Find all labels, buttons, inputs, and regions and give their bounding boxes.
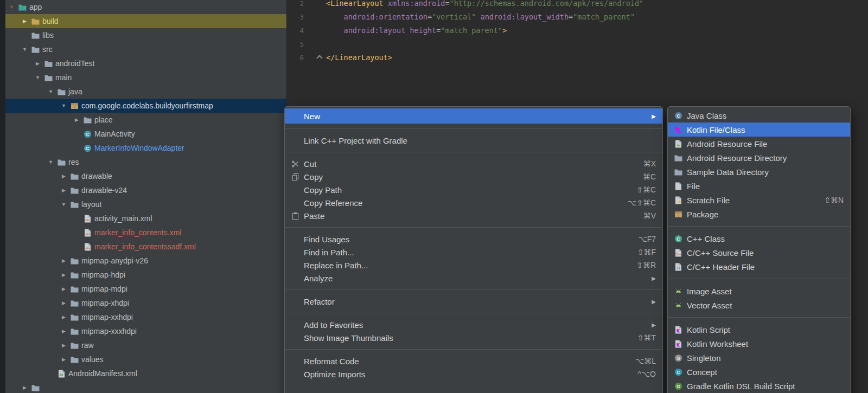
menu-item-package[interactable]: Package [668, 207, 850, 221]
expand-arrow-icon[interactable]: ▶ [59, 272, 69, 278]
menu-item-kotlin-worksheet[interactable]: Kotlin Worksheet [668, 337, 850, 351]
menu-item-shortcut: ^⌥O [637, 370, 656, 378]
tree-row-markerinfowindowadapter[interactable]: CMarkerInfoWindowAdapter [5, 141, 286, 155]
tree-row-app[interactable]: ▼app [5, 0, 286, 14]
blank-icon [289, 320, 301, 329]
expand-arrow-icon[interactable]: ▶ [20, 18, 30, 24]
menu-item-find-usages[interactable]: Find Usages⌥F7 [285, 233, 662, 246]
menu-item-kotlin-file-class[interactable]: Kotlin File/Class [668, 123, 850, 137]
collapse-arrow-icon[interactable]: ▼ [46, 89, 56, 94]
tree-row-mipmap-xxxhdpi[interactable]: ▶mipmap-xxxhdpi [5, 324, 286, 338]
expand-arrow-icon[interactable]: ▶ [59, 258, 69, 263]
menu-item-paste[interactable]: Paste⌘V [285, 209, 662, 222]
expand-arrow-icon[interactable]: ▶ [59, 300, 69, 306]
fold-marker-icon[interactable] [316, 55, 322, 61]
code-line[interactable]: 3 android:orientation="vertical" android… [287, 10, 868, 24]
menu-item-c-c-source-file[interactable]: C++C/C++ Source File [668, 246, 850, 260]
menu-item-copy[interactable]: Copy⌘C [285, 170, 662, 183]
menu-item-image-asset[interactable]: Image Asset [668, 284, 850, 298]
tree-row-marker-info-contentssadf-xml[interactable]: </>marker_info_contentssadf.xml [5, 240, 286, 254]
menu-item-copy-path[interactable]: Copy Path⇧⌘C [285, 183, 662, 196]
tree-row-values[interactable]: ▶values [5, 352, 286, 366]
menu-item-label: New [304, 112, 320, 121]
menu-item-analyze[interactable]: Analyze▶ [285, 272, 662, 285]
menu-item-label: C/C++ Header File [687, 262, 755, 272]
menu-item-sample-data-directory[interactable]: Sample Data Directory [668, 165, 850, 179]
code-area[interactable]: 2<LinearLayout xmlns:android="http://sch… [287, 0, 868, 65]
expand-arrow-icon[interactable]: ▶ [20, 385, 30, 390]
menu-item-singleton[interactable]: SSingleton [668, 351, 850, 365]
menu-item-find-in-path[interactable]: Find in Path...⇧⌘F [285, 246, 662, 259]
tree-row-mipmap-hdpi[interactable]: ▶mipmap-hdpi [5, 268, 286, 282]
expand-arrow-icon[interactable]: ▶ [72, 117, 82, 123]
menu-item-replace-in-path[interactable]: Replace in Path...⇧⌘R [285, 259, 662, 272]
menu-item-show-image-thumbnails[interactable]: Show Image Thumbnails⇧⌘T [285, 331, 662, 344]
tree-row-androidmanifest-xml[interactable]: MAndroidManifest.xml [5, 366, 286, 381]
tree-row-mipmap-xhdpi[interactable]: ▶mipmap-xhdpi [5, 296, 286, 310]
tree-row-java[interactable]: ▼java [5, 85, 286, 99]
expand-arrow-icon[interactable]: ▶ [59, 173, 69, 179]
menu-item-android-resource-file[interactable]: Android Resource File [668, 137, 850, 151]
collapse-arrow-icon[interactable]: ▼ [20, 47, 30, 52]
menu-item-add-to-favorites[interactable]: Add to Favorites▶ [285, 318, 662, 331]
tree-row-drawable[interactable]: ▶drawable [5, 169, 286, 183]
menu-item-gradle-kotlin-dsl-build-script[interactable]: GGradle Kotlin DSL Build Script [668, 379, 850, 393]
code-line[interactable]: 2<LinearLayout xmlns:android="http://sch… [287, 0, 868, 10]
tree-row-drawable-v24[interactable]: ▶drawable-v24 [5, 183, 286, 197]
menu-item-scratch-file[interactable]: Scratch File⇧⌘N [668, 193, 850, 207]
tree-row-src[interactable]: ▼src [5, 42, 286, 56]
code-token: "http://schemas.android.com/apk/res/andr… [450, 0, 644, 10]
tree-row-mainactivity[interactable]: CMainActivity [5, 127, 286, 141]
tree-row-main[interactable]: ▼main [5, 70, 286, 85]
expand-arrow-icon[interactable]: ▶ [59, 286, 69, 292]
expand-arrow-icon[interactable]: ▶ [59, 343, 69, 348]
tree-row-com-google-codelabs-buildyourfirstmap[interactable]: ▼com.google.codelabs.buildyourfirstmap [5, 99, 286, 113]
code-line[interactable]: 5 [287, 37, 868, 51]
expand-arrow-icon[interactable]: ▶ [59, 357, 69, 362]
tree-row-partial[interactable]: ▶ [5, 381, 286, 393]
menu-item-c-c-header-file[interactable]: HC/C++ Header File [668, 260, 850, 274]
code-line[interactable]: 4 android:layout_height="match_parent"> [287, 24, 868, 37]
tree-row-mipmap-mdpi[interactable]: ▶mipmap-mdpi [5, 282, 286, 296]
menu-item-kotlin-script[interactable]: Kotlin Script [668, 323, 850, 337]
tree-row-raw[interactable]: ▶raw [5, 338, 286, 352]
menu-item-label: C++ Class [687, 234, 725, 243]
tree-row-layout[interactable]: ▼layout [5, 197, 286, 211]
collapse-arrow-icon[interactable]: ▼ [59, 103, 69, 108]
menu-item-new[interactable]: New▶ [285, 108, 662, 124]
menu-item-file[interactable]: File [668, 179, 850, 193]
collapse-arrow-icon[interactable]: ▼ [59, 202, 69, 207]
menu-item-java-class[interactable]: CJava Class [668, 108, 850, 123]
menu-item-shortcut: ⇧⌘T [637, 333, 656, 342]
menu-item-c-class[interactable]: CC++ Class [668, 231, 850, 246]
menu-item-shortcut: ⌘C [643, 172, 656, 181]
tree-row-mipmap-xxhdpi[interactable]: ▶mipmap-xxhdpi [5, 310, 286, 324]
menu-item-vector-asset[interactable]: Vector Asset [668, 298, 850, 312]
expand-arrow-icon[interactable]: ▶ [59, 188, 69, 193]
menu-item-reformat-code[interactable]: Reformat Code⌥⌘L [285, 355, 662, 368]
menu-item-optimize-imports[interactable]: Optimize Imports^⌥O [285, 368, 662, 381]
tree-row-build[interactable]: ▶build [5, 14, 286, 28]
menu-item-concept[interactable]: CConcept [668, 365, 850, 379]
expand-arrow-icon[interactable]: ▶ [33, 61, 43, 66]
kotlin-icon [672, 125, 684, 134]
tree-row-androidtest[interactable]: ▶androidTest [5, 56, 286, 70]
collapse-arrow-icon[interactable]: ▼ [46, 159, 56, 165]
expand-arrow-icon[interactable]: ▶ [59, 314, 69, 320]
collapse-arrow-icon[interactable]: ▼ [7, 4, 17, 10]
code-line[interactable]: 6</LinearLayout> [287, 51, 868, 65]
tree-row-activity-main-xml[interactable]: </>activity_main.xml [5, 211, 286, 226]
tree-row-marker-info-contents-xml[interactable]: </>marker_info_contents.xml [5, 226, 286, 240]
expand-arrow-icon[interactable]: ▶ [59, 328, 69, 334]
menu-item-link-c-project-with-gradle[interactable]: Link C++ Project with Gradle [285, 134, 662, 147]
menu-item-android-resource-directory[interactable]: Android Resource Directory [668, 151, 850, 165]
menu-item-copy-reference[interactable]: Copy Reference⌥⇧⌘C [285, 196, 662, 209]
menu-item-refactor[interactable]: Refactor▶ [285, 295, 662, 308]
tree-row-libs[interactable]: libs [5, 28, 286, 42]
menu-item-cut[interactable]: Cut⌘X [285, 157, 662, 170]
tree-row-place[interactable]: ▶place [5, 113, 286, 127]
collapse-arrow-icon[interactable]: ▼ [33, 75, 43, 80]
tree-row-res[interactable]: ▼res [5, 155, 286, 169]
java-class-icon: C [672, 111, 684, 120]
tree-row-mipmap-anydpi-v26[interactable]: ▶mipmap-anydpi-v26 [5, 254, 286, 268]
